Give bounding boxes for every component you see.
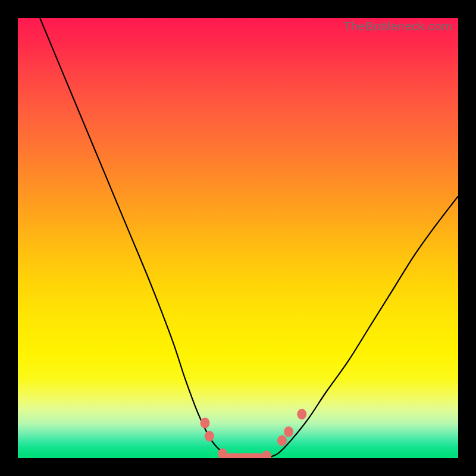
curve-marker (277, 435, 287, 446)
marker-group (201, 409, 307, 458)
plot-area: TheBottleneck.com (18, 18, 458, 458)
bottleneck-curve (40, 18, 458, 458)
chart-frame: TheBottleneck.com (0, 0, 476, 476)
curve-svg (18, 18, 458, 458)
curve-marker (284, 427, 293, 437)
curve-marker (205, 431, 214, 441)
curve-marker-bottom-pill (225, 453, 269, 458)
watermark-label: TheBottleneck.com (343, 19, 452, 33)
curve-marker (201, 418, 210, 428)
curve-marker (297, 409, 306, 419)
